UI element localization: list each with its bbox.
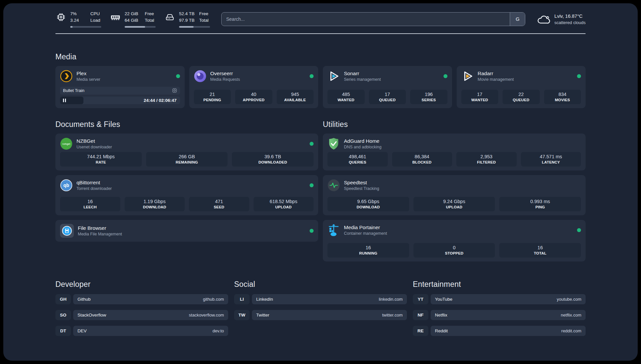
weather-location-temp: Lviv, 16.87°C [554,13,586,20]
link-netflix[interactable]: NF Netflix netflix.com [413,310,586,320]
memory-progress-fill [125,26,145,28]
stat-tile: 17 WANTED [461,90,499,104]
app-subtitle: Torrent downloader [76,186,112,191]
disk-icon [164,12,175,23]
cpu-load-value: 3.24 [70,17,87,24]
app-card-qbittorrent[interactable]: qb qBittorrent Torrent downloader 16 LEE… [55,175,318,215]
svg-text:qb: qb [63,183,69,188]
status-dot [310,183,314,187]
stat-value: 0.993 ms [501,199,580,204]
stat-value: 9.65 Gbps [329,199,408,204]
stat-value: 471 [190,199,248,204]
stat-label: UPLOAD [255,205,313,209]
link-twitter[interactable]: TW Twitter twitter.com [234,310,407,320]
app-card-adguard[interactable]: AdGuard Home DNS and adblocking 498,461 … [323,134,586,170]
app-subtitle: DNS and adblocking [344,145,382,149]
stat-value: 9.24 Gbps [415,199,494,204]
stat-tile: 21 PENDING [194,90,231,104]
link-main: Github github.com [73,294,228,304]
stat-label: PENDING [195,98,230,102]
app-name: Overseerr [210,71,240,76]
stat-tile: 40 APPROVED [235,90,272,104]
stat-tile: 744.21 Mbps RATE [60,152,142,167]
section-title-social: Social [234,280,407,289]
app-card-sonarr[interactable]: Sonarr Series management 485 WANTED 17 Q… [323,66,452,108]
stat-label: LEECH [61,205,119,209]
stat-value: 485 [329,92,363,97]
link-reddit[interactable]: RE Reddit reddit.com [413,326,586,336]
link-main: DEV dev.to [73,326,228,336]
stat-tile: 1.19 Gbps DOWNLOAD [125,197,185,211]
stat-value: 834 [545,92,580,97]
app-card-nzbget[interactable]: nzbget NZBGet Usenet downloader 744.21 M… [55,134,318,170]
link-dev[interactable]: DT DEV dev.to [55,326,228,336]
section-title-documents: Documents & Files [55,120,318,129]
section-title-developer: Developer [55,280,228,289]
app-card-filebrowser[interactable]: File Browser Media File Management [55,220,318,242]
link-url: github.com [203,297,224,302]
link-main: StackOverflow stackoverflow.com [73,310,228,320]
search-input[interactable] [222,13,510,26]
status-dot [310,229,314,233]
weather-condition: scattered clouds [554,20,586,25]
link-name: Reddit [435,328,448,333]
app-name: Media Portainer [344,225,387,230]
disk-progress-fill [179,26,194,28]
link-abbr: YT [413,294,428,304]
stat-tile: 945 AVAILABLE [277,90,314,104]
stat-tile: 0 STOPPED [413,243,495,258]
link-name: Twitter [256,313,269,318]
cpu-load-label: Load [90,17,100,24]
overseerr-icon [194,70,206,82]
link-url: reddit.com [561,328,581,333]
search-engine-button[interactable]: G [510,13,525,26]
link-youtube[interactable]: YT YouTube youtube.com [413,294,586,304]
app-subtitle: Container management [344,231,387,236]
stat-tile: 9.24 Gbps UPLOAD [413,197,495,211]
cpu-progress-bar [70,26,101,28]
link-stackoverflow[interactable]: SO StackOverflow stackoverflow.com [55,310,228,320]
stat-tile: 485 WANTED [327,90,365,104]
link-main: LinkedIn linkedin.com [252,294,407,304]
stat-label: DOWNLOAD [126,205,184,209]
plex-icon [60,70,73,82]
stat-label: LATENCY [522,160,580,164]
app-name: Speedtest [344,180,379,186]
app-subtitle: Series management [344,77,381,82]
pause-icon [63,99,66,102]
documents-column: Documents & Files nzbget NZBGet Usenet d… [55,120,318,261]
app-name: NZBGet [76,138,112,144]
app-card-speedtest[interactable]: Speedtest Speedtest Tracking 9.65 Gbps D… [323,175,586,215]
stat-value: 22 [504,92,538,97]
link-name: LinkedIn [256,297,273,302]
adguard-icon [327,137,340,150]
stat-label: RATE [61,160,140,164]
app-card-plex[interactable]: Plex Media server Bullet Train [55,66,185,108]
app-card-overseerr[interactable]: Overseerr Media Requests 21 PENDING 40 A… [189,66,319,108]
app-card-portainer[interactable]: Media Portainer Container management 16 … [323,220,586,261]
stat-tile: 47.571 ms LATENCY [521,152,581,167]
link-abbr: NF [413,310,428,320]
stat-value: 945 [278,92,313,97]
status-dot [577,228,581,232]
stat-label: TOTAL [501,251,580,255]
link-github[interactable]: GH Github github.com [55,294,228,304]
stat-label: QUEUED [370,98,405,102]
link-name: Github [77,297,91,302]
disk-progress-bar [179,26,210,28]
link-linkedin[interactable]: LI LinkedIn linkedin.com [234,294,407,304]
disk-total-value: 97.9 TB [179,17,196,24]
cast-icon [172,88,177,93]
search-bar: G [221,12,525,26]
link-name: YouTube [435,297,452,302]
stat-label: DOWNLOAD [329,205,408,209]
disk-metric: 52.4 TB 97.9 TB Free Total [164,11,210,28]
app-card-radarr[interactable]: Radarr Movie management 17 WANTED 22 QUE… [457,66,586,108]
link-abbr: GH [55,294,71,304]
memory-progress-bar [125,26,156,28]
utilities-column: Utilities [323,120,586,261]
radarr-icon [461,70,474,82]
link-abbr: DT [55,326,71,336]
stat-label: WANTED [463,98,497,102]
stat-value: 21 [195,92,230,97]
